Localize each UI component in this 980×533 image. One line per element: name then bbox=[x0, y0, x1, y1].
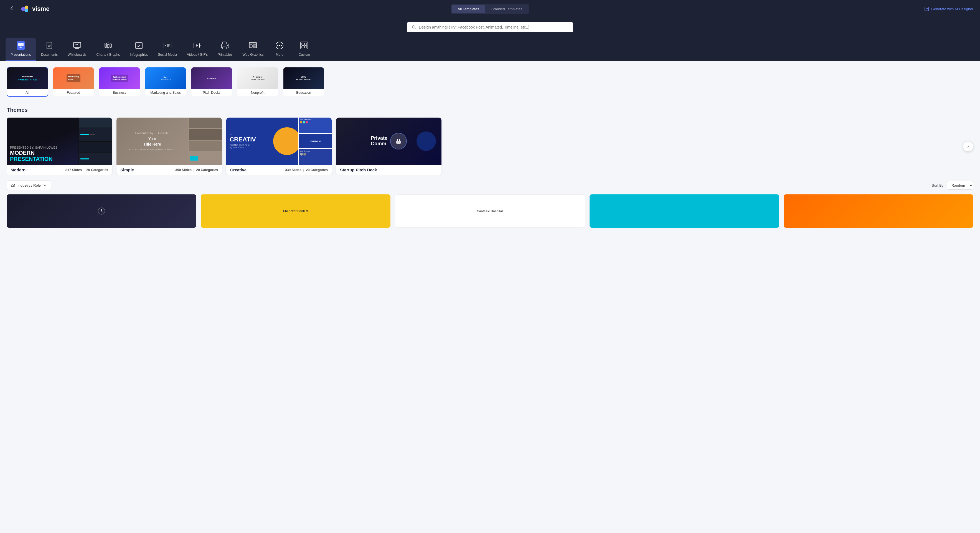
charts-icon bbox=[103, 40, 113, 51]
cat-label-printables: Printables bbox=[218, 53, 232, 57]
themes-scroll-next[interactable]: › bbox=[963, 141, 974, 152]
more-icon bbox=[275, 40, 285, 51]
theme-card-modern[interactable]: PRESENTED BY: SARAH LOWES MODERN PRESENT… bbox=[6, 118, 112, 175]
cat-item-charts[interactable]: Charts / Graphs bbox=[91, 38, 125, 61]
category-nav: Presentations Documents bbox=[0, 34, 980, 61]
startup-title: PrivateComm bbox=[371, 135, 387, 147]
svg-rect-24 bbox=[221, 44, 229, 48]
tpl-card-3[interactable]: Santa Fe Hospital bbox=[395, 194, 585, 228]
filter-bar: Industry / Role Sort By: Random Newest P… bbox=[6, 181, 974, 190]
tpl-card-5[interactable] bbox=[784, 194, 974, 228]
cat-item-presentations[interactable]: Presentations bbox=[6, 38, 36, 61]
cat-item-social[interactable]: Social Media bbox=[153, 38, 182, 61]
logo-icon bbox=[20, 4, 30, 14]
svg-rect-28 bbox=[249, 43, 256, 44]
logo: visme bbox=[20, 4, 49, 14]
web-icon bbox=[248, 40, 258, 51]
theme-stats-creative: 339 Slides | 20 Categories bbox=[285, 168, 328, 172]
modern-title-sub: PRESENTATION bbox=[10, 156, 75, 162]
subcat-education-label: Education bbox=[283, 89, 324, 96]
industry-filter[interactable]: Industry / Role bbox=[6, 181, 51, 190]
svg-rect-17 bbox=[135, 43, 142, 49]
cat-label-documents: Documents bbox=[41, 53, 58, 57]
theme-stats-modern: 817 Slides | 20 Categories bbox=[65, 168, 108, 172]
template-tab-switcher: All Templates Branded Templates bbox=[451, 4, 530, 14]
subcat-business-label: Business bbox=[99, 89, 140, 96]
sort-filter: Sort By: Random Newest Popular bbox=[932, 181, 974, 190]
svg-marker-22 bbox=[196, 45, 198, 46]
svg-rect-39 bbox=[302, 46, 304, 48]
subcat-all[interactable]: MODERNPRESENTATION All bbox=[6, 67, 48, 97]
industry-filter-label: Industry / Role bbox=[18, 183, 41, 188]
creative-title: CREATIV bbox=[230, 137, 256, 143]
theme-card-simple[interactable]: Presented by TJ Hospital Your Title Here… bbox=[116, 118, 222, 175]
cat-label-custom: Custom bbox=[299, 53, 310, 57]
subcat-pitch[interactable]: COMMS Pitch Decks bbox=[191, 67, 232, 97]
svg-point-35 bbox=[281, 45, 282, 46]
theme-stats-simple: 350 Slides | 20 Categories bbox=[175, 168, 218, 172]
subcat-marketing-label: Marketing and Sales bbox=[145, 89, 186, 96]
theme-thumb-modern: PRESENTED BY: SARAH LOWES MODERN PRESENT… bbox=[6, 118, 112, 165]
category-nav-wrapper: Presentations Documents bbox=[0, 34, 980, 61]
svg-rect-30 bbox=[253, 45, 256, 46]
svg-rect-6 bbox=[18, 43, 24, 46]
search-input[interactable] bbox=[419, 25, 568, 29]
theme-thumb-creative: ▬ CREATIV Subtitle goes here by John Smi… bbox=[226, 118, 332, 165]
theme-info-startup: Startup Pitch Deck bbox=[336, 165, 441, 175]
ai-icon bbox=[924, 6, 929, 11]
back-button[interactable] bbox=[6, 5, 17, 14]
svg-rect-37 bbox=[302, 43, 304, 45]
svg-point-33 bbox=[277, 45, 278, 46]
theme-thumb-startup: PrivateComm bbox=[336, 118, 441, 165]
svg-point-2 bbox=[25, 9, 28, 12]
cat-item-more[interactable]: More bbox=[269, 38, 291, 61]
tpl-card-1[interactable] bbox=[6, 194, 196, 228]
theme-card-creative[interactable]: ▬ CREATIV Subtitle goes here by John Smi… bbox=[226, 118, 332, 175]
cat-item-documents[interactable]: Documents bbox=[36, 38, 63, 61]
svg-rect-23 bbox=[223, 42, 226, 44]
tpl-card-4[interactable] bbox=[590, 194, 779, 228]
search-container bbox=[0, 18, 980, 34]
subcat-all-label: All bbox=[7, 89, 48, 96]
theme-info-creative: Creative 339 Slides | 20 Categories bbox=[226, 165, 332, 175]
cat-item-infographics[interactable]: Infographics bbox=[125, 38, 153, 61]
sort-select[interactable]: Random Newest Popular bbox=[947, 181, 974, 190]
cat-item-custom[interactable]: Custom bbox=[293, 38, 315, 61]
documents-icon bbox=[45, 40, 54, 51]
cat-item-videos[interactable]: Videos / GIF's bbox=[182, 38, 213, 61]
subcat-nonprofit[interactable]: A Home inTimes of Crisis Nonprofit bbox=[237, 67, 278, 97]
themes-wrapper: PRESENTED BY: SARAH LOWES MODERN PRESENT… bbox=[6, 118, 974, 175]
svg-point-20 bbox=[165, 45, 166, 46]
ai-designer-button[interactable]: Generate with AI Designer bbox=[924, 6, 974, 11]
cat-item-web[interactable]: Web Graphics bbox=[237, 38, 269, 61]
subcat-marketing[interactable]: ByteTech Fest 7.0 Marketing and Sales bbox=[145, 67, 186, 97]
cat-label-whiteboards: Whiteboards bbox=[68, 53, 86, 57]
subcat-education[interactable]: of theMOON LANDING Education bbox=[283, 67, 325, 97]
main-content: MODERNPRESENTATION All MarketingPlan Fea… bbox=[0, 61, 980, 533]
header-left: visme bbox=[6, 4, 49, 14]
logo-text: visme bbox=[32, 5, 49, 13]
cat-label-charts: Charts / Graphs bbox=[96, 53, 120, 57]
tpl-card-2[interactable]: Ebenezer Bank ⊙ bbox=[201, 194, 390, 228]
cat-label-social: Social Media bbox=[158, 53, 177, 57]
subcat-featured[interactable]: MarketingPlan Featured bbox=[52, 67, 94, 97]
svg-rect-14 bbox=[107, 45, 109, 48]
branded-templates-tab[interactable]: Branded Templates bbox=[485, 5, 528, 13]
custom-icon bbox=[299, 40, 309, 51]
search-bar bbox=[407, 22, 573, 32]
theme-card-startup[interactable]: PrivateComm Startup Pitch Deck bbox=[336, 118, 441, 175]
all-templates-tab[interactable]: All Templates bbox=[452, 5, 485, 13]
whiteboards-icon bbox=[72, 40, 82, 51]
ai-designer-label: Generate with AI Designer bbox=[931, 7, 974, 11]
cat-divider bbox=[292, 44, 292, 55]
subcat-business[interactable]: TechnologicalMobile & Tablet Business bbox=[99, 67, 140, 97]
cat-item-printables[interactable]: Printables bbox=[213, 38, 237, 61]
search-icon bbox=[412, 25, 416, 29]
svg-rect-7 bbox=[45, 41, 54, 49]
theme-info-simple: Simple 350 Slides | 20 Categories bbox=[116, 165, 222, 175]
videos-icon bbox=[192, 40, 202, 51]
cat-label-web: Web Graphics bbox=[242, 53, 263, 57]
cat-label-videos: Videos / GIF's bbox=[187, 53, 208, 57]
cat-item-whiteboards[interactable]: Whiteboards bbox=[63, 38, 91, 61]
subcat-nonprofit-label: Nonprofit bbox=[237, 89, 278, 96]
